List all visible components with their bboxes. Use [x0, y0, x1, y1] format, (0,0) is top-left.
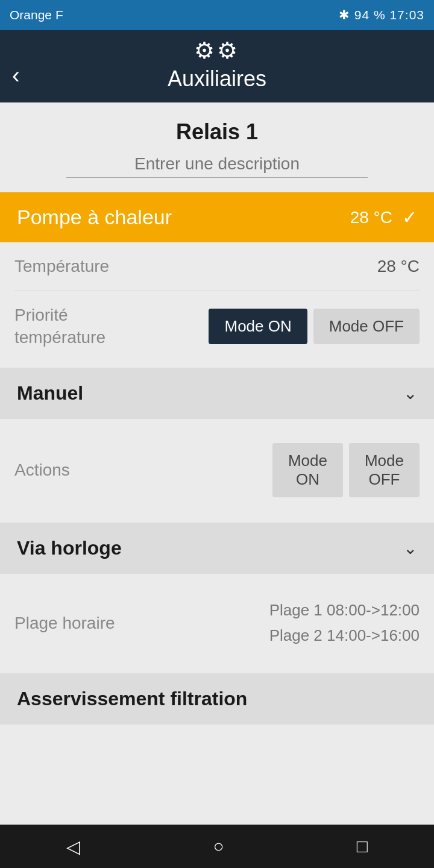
mode-off-button[interactable]: Mode OFF — [313, 309, 420, 344]
time-label: 17:03 — [389, 8, 424, 22]
plage-label: Plage horaire — [14, 612, 115, 634]
asservissement-section[interactable]: Asservissement filtration — [0, 673, 434, 725]
actions-section: Actions Mode ON Mode OFF — [0, 419, 434, 517]
back-button[interactable]: ‹ — [12, 64, 20, 87]
battery-level: 94 % — [354, 8, 386, 22]
plage-values: Plage 1 08:00->12:00 Plage 2 14:00->16:0… — [269, 598, 420, 648]
via-horloge-section[interactable]: Via horloge ⌄ — [0, 523, 434, 574]
carrier-label: Orange F — [10, 8, 63, 22]
priority-btn-group: Mode ON Mode OFF — [209, 309, 420, 344]
main-content: Relais 1 Pompe à chaleur 28 °C ✓ Tempéra… — [0, 102, 434, 825]
manuel-section[interactable]: Manuel ⌄ — [0, 368, 434, 419]
actions-btn-group: Mode ON Mode OFF — [272, 443, 420, 497]
pump-temperature: 28 °C — [350, 208, 392, 227]
temperature-row: Température 28 °C — [14, 242, 420, 291]
actions-mode-on-button[interactable]: Mode ON — [272, 443, 343, 497]
actions-label: Actions — [14, 459, 70, 481]
nav-back-icon[interactable]: ◁ — [66, 836, 80, 857]
plage-section: Plage horaire Plage 1 08:00->12:00 Plage… — [0, 574, 434, 667]
temperature-value: 28 °C — [377, 257, 420, 276]
actions-mode-off-button[interactable]: Mode OFF — [349, 443, 420, 497]
pump-banner-right: 28 °C ✓ — [350, 207, 417, 228]
priority-row: Priorité température Mode ON Mode OFF — [14, 291, 420, 362]
pump-banner[interactable]: Pompe à chaleur 28 °C ✓ — [0, 192, 434, 242]
via-horloge-chevron-icon: ⌄ — [403, 538, 417, 558]
bluetooth-icon: ✱ — [339, 8, 354, 22]
app-header: ⚙⚙ ‹ Auxiliaires — [0, 30, 434, 102]
asservissement-title: Asservissement filtration — [17, 688, 247, 710]
plage1-value: Plage 1 08:00->12:00 — [269, 598, 420, 623]
page-title: Auxiliaires — [168, 66, 266, 92]
mode-on-button[interactable]: Mode ON — [209, 309, 307, 344]
status-right: ✱ 94 % 17:03 — [339, 8, 424, 22]
gear-icons: ⚙⚙ — [194, 37, 240, 64]
pump-label: Pompe à chaleur — [17, 206, 172, 229]
manuel-chevron-icon: ⌄ — [403, 383, 417, 403]
plage-row: Plage horaire Plage 1 08:00->12:00 Plage… — [14, 585, 420, 661]
relay-title: Relais 1 — [0, 102, 434, 151]
plage2-value: Plage 2 14:00->16:00 — [269, 623, 420, 649]
description-input[interactable] — [66, 151, 368, 178]
priority-label: Priorité température — [14, 304, 105, 348]
chevron-down-icon: ✓ — [402, 207, 417, 228]
via-horloge-title: Via horloge — [17, 537, 122, 559]
bottom-nav: ◁ ○ □ — [0, 825, 434, 868]
nav-recents-icon[interactable]: □ — [357, 836, 368, 857]
status-bar: Orange F ✱ 94 % 17:03 — [0, 0, 434, 30]
nav-home-icon[interactable]: ○ — [213, 836, 224, 857]
temperature-label: Température — [14, 256, 109, 277]
info-section: Température 28 °C Priorité température M… — [0, 242, 434, 362]
actions-row: Actions Mode ON Mode OFF — [14, 430, 420, 511]
manuel-title: Manuel — [17, 382, 83, 404]
